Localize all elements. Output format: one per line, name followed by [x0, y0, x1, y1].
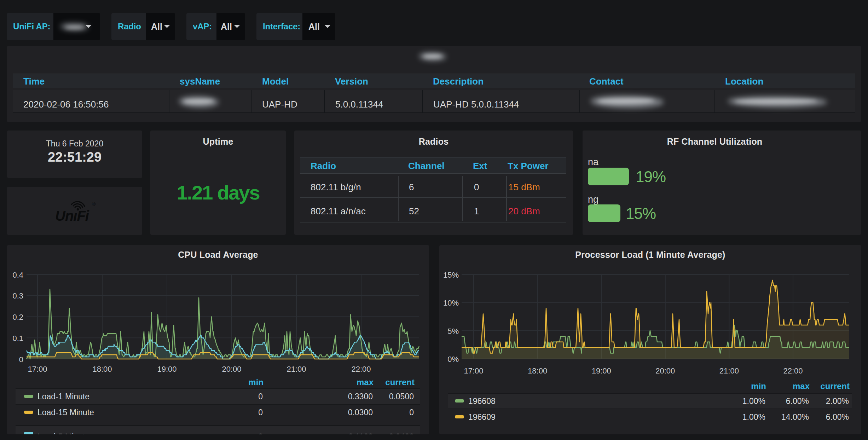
svg-text:10%: 10% [443, 299, 459, 307]
svg-text:18:00: 18:00 [528, 366, 547, 375]
svg-text:21:00: 21:00 [719, 366, 739, 375]
svg-text:0.3: 0.3 [12, 291, 23, 300]
svg-text:19:00: 19:00 [157, 365, 177, 374]
svg-text:20:00: 20:00 [222, 365, 241, 374]
svg-text:0.1: 0.1 [12, 334, 23, 343]
svg-text:17:00: 17:00 [28, 365, 47, 374]
svg-text:17:00: 17:00 [464, 366, 483, 375]
svg-text:19:00: 19:00 [592, 366, 611, 375]
svg-text:®: ® [92, 201, 96, 207]
svg-text:18:00: 18:00 [92, 365, 112, 374]
svg-text:0.2: 0.2 [12, 313, 23, 322]
svg-text:15%: 15% [443, 271, 459, 279]
svg-text:20:00: 20:00 [655, 366, 675, 375]
svg-text:22:00: 22:00 [351, 365, 371, 374]
svg-text:22:00: 22:00 [783, 366, 803, 375]
svg-text:5%: 5% [447, 327, 459, 336]
svg-text:UnıFi: UnıFi [55, 208, 89, 224]
svg-text:21:00: 21:00 [287, 365, 306, 374]
svg-text:0%: 0% [447, 355, 459, 364]
svg-text:0.4: 0.4 [12, 271, 23, 279]
svg-text:0: 0 [19, 355, 23, 364]
